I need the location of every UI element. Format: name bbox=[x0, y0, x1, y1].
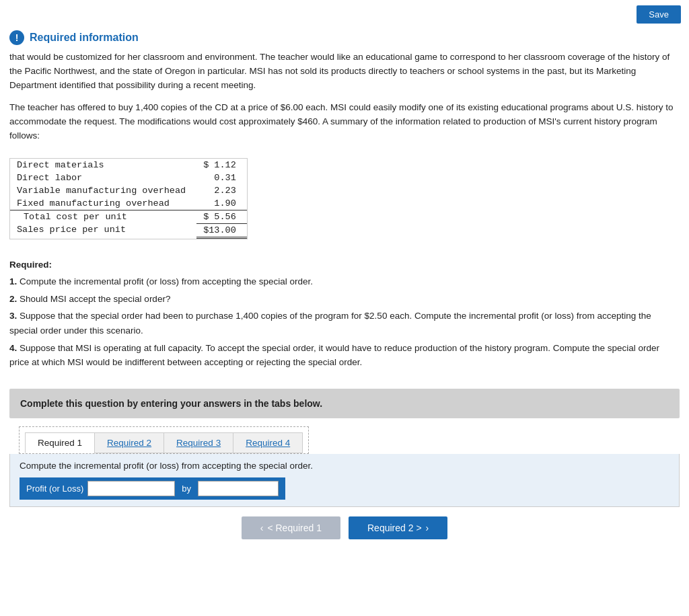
save-button[interactable]: Save bbox=[637, 5, 681, 24]
required-item-4: 4. Suppose that MSI is operating at full… bbox=[9, 341, 680, 370]
table-row-total: Total cost per unit $ 5.56 bbox=[10, 210, 247, 223]
main-body-text: that would be customized for her classro… bbox=[0, 50, 689, 143]
next-button-label: Required 2 > bbox=[367, 523, 422, 533]
table-row-sales: Sales price per unit $13.00 bbox=[10, 223, 247, 237]
cost-value: 1.90 bbox=[196, 197, 247, 210]
cost-table-wrapper: Direct materials $ 1.12 Direct labor 0.3… bbox=[9, 158, 248, 239]
cost-value: $13.00 bbox=[196, 223, 247, 237]
nav-buttons: ‹ < Required 1 Required 2 > › bbox=[9, 516, 680, 539]
required-section: Required: 1. Compute the incremental pro… bbox=[0, 252, 689, 382]
cost-value: $ 1.12 bbox=[196, 159, 247, 171]
required-title: Required: bbox=[9, 258, 680, 272]
tabs-row: Required 1 Required 2 Required 3 Require… bbox=[19, 426, 309, 454]
prev-button[interactable]: ‹ < Required 1 bbox=[242, 516, 340, 539]
tab-content-area: Compute the incremental profit (or loss)… bbox=[9, 454, 680, 507]
next-chevron-icon: › bbox=[426, 523, 429, 533]
cost-label: Variable manufacturing overhead bbox=[10, 184, 196, 197]
paragraph-1: that would be customized for her classro… bbox=[9, 50, 680, 93]
prev-button-label: < Required 1 bbox=[267, 523, 322, 533]
tab-required-3[interactable]: Required 3 bbox=[164, 432, 233, 453]
tab-description: Compute the incremental profit (or loss)… bbox=[20, 461, 669, 471]
cost-value: $ 5.56 bbox=[196, 210, 247, 223]
table-row: Fixed manufacturing overhead 1.90 bbox=[10, 197, 247, 210]
required-item-1: 1. Compute the incremental profit (or lo… bbox=[9, 274, 680, 289]
cost-label: Fixed manufacturing overhead bbox=[10, 197, 196, 210]
top-bar: Save bbox=[0, 0, 689, 26]
cost-label: Sales price per unit bbox=[10, 223, 196, 237]
required-info-header: ! Required information bbox=[0, 26, 689, 50]
by-label: by bbox=[182, 484, 191, 494]
table-row: Direct labor 0.31 bbox=[10, 171, 247, 184]
answer-label: Profit (or Loss) bbox=[26, 484, 83, 494]
prev-chevron-icon: ‹ bbox=[260, 523, 264, 533]
answer-row-wrapper: Profit (or Loss) by bbox=[20, 477, 669, 500]
cost-label: Total cost per unit bbox=[10, 210, 196, 223]
tab-required-1[interactable]: Required 1 bbox=[25, 432, 94, 453]
tab-required-4[interactable]: Required 4 bbox=[233, 432, 303, 453]
paragraph-2: The teacher has offered to buy 1,400 cop… bbox=[9, 101, 680, 143]
table-row: Variable manufacturing overhead 2.23 bbox=[10, 184, 247, 197]
required-item-3: 3. Suppose that the special order had be… bbox=[9, 309, 680, 338]
profit-loss-input-2[interactable] bbox=[198, 481, 279, 496]
required-info-title: Required information bbox=[30, 32, 139, 44]
cost-label: Direct labor bbox=[10, 171, 196, 184]
exclamation-icon: ! bbox=[9, 30, 24, 45]
next-button[interactable]: Required 2 > › bbox=[349, 516, 447, 539]
complete-instruction-text: Complete this question by entering your … bbox=[20, 398, 322, 409]
required-item-2: 2. Should MSI accept the special order? bbox=[9, 292, 680, 307]
tabs-wrapper: Required 1 Required 2 Required 3 Require… bbox=[9, 426, 680, 454]
cost-value: 0.31 bbox=[196, 171, 247, 184]
table-row: Direct materials $ 1.12 bbox=[10, 159, 247, 171]
complete-instruction-box: Complete this question by entering your … bbox=[9, 389, 680, 418]
tab-required-2[interactable]: Required 2 bbox=[94, 432, 164, 453]
cost-table: Direct materials $ 1.12 Direct labor 0.3… bbox=[10, 159, 247, 239]
answer-row: Profit (or Loss) by bbox=[20, 477, 285, 500]
cost-label: Direct materials bbox=[10, 159, 196, 171]
cost-value: 2.23 bbox=[196, 184, 247, 197]
profit-loss-input-1[interactable] bbox=[87, 481, 175, 496]
